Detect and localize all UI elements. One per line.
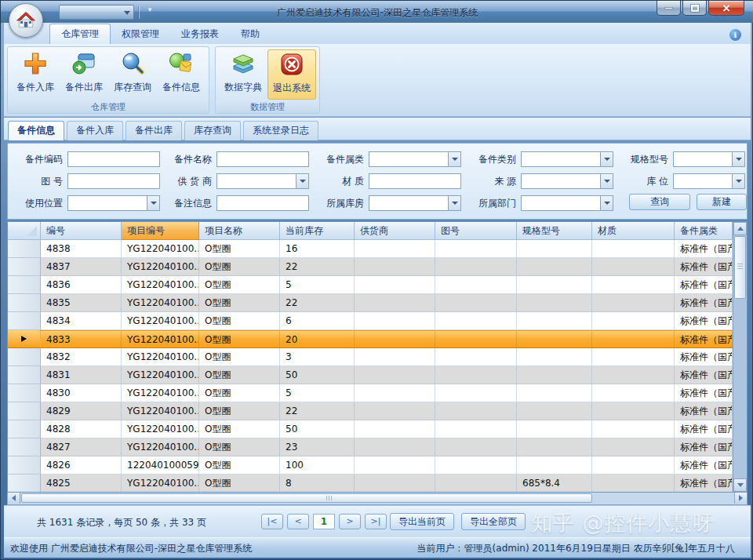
table-row[interactable]: 48261220401000599O型圈100标准件（国产 bbox=[8, 456, 747, 475]
ribbon-tab-2[interactable]: 业务报表 bbox=[170, 24, 230, 44]
column-header-5[interactable]: 图号 bbox=[435, 222, 517, 240]
doc-tab-4[interactable]: 系统登录日志 bbox=[243, 121, 318, 140]
filter-input-11[interactable] bbox=[216, 195, 309, 211]
select-all-header[interactable] bbox=[8, 222, 41, 240]
scroll-up-button[interactable] bbox=[733, 222, 747, 235]
row-selector[interactable] bbox=[8, 420, 41, 438]
first-page-button[interactable]: |< bbox=[261, 514, 283, 529]
column-header-2[interactable]: 项目名称 bbox=[199, 222, 280, 240]
combo-dropdown-icon[interactable] bbox=[448, 152, 460, 166]
table-row[interactable]: 4828YG122040100...O型圈50标准件（国产 bbox=[8, 420, 747, 438]
combo-dropdown-icon[interactable] bbox=[448, 196, 460, 210]
scroll-down-button[interactable] bbox=[733, 478, 747, 492]
table-row[interactable]: 4835YG122040100...O型圈22标准件（国产 bbox=[8, 294, 747, 312]
ribbon-button-exit[interactable]: 退出系统 bbox=[267, 49, 316, 100]
filter-input-0[interactable] bbox=[67, 151, 160, 167]
column-header-8[interactable]: 备件属类 bbox=[675, 222, 733, 240]
doc-tab-0[interactable]: 备件信息 bbox=[8, 121, 64, 140]
filter-combo-12[interactable] bbox=[369, 195, 461, 211]
row-selector[interactable] bbox=[8, 240, 41, 258]
column-header-3[interactable]: 当前库存 bbox=[280, 222, 355, 240]
doc-tab-3[interactable]: 库存查询 bbox=[184, 121, 241, 140]
quick-access-combo[interactable] bbox=[59, 5, 134, 20]
table-row[interactable]: 4830YG122040100...O型圈5标准件（国产 bbox=[8, 384, 747, 402]
export-current-page-button[interactable]: 导出当前页 bbox=[390, 513, 454, 530]
column-header-1[interactable]: 项目编号 bbox=[122, 222, 199, 240]
row-selector[interactable] bbox=[8, 348, 41, 366]
ribbon-tab-0[interactable]: 仓库管理 bbox=[49, 24, 111, 44]
filter-input-5[interactable] bbox=[67, 173, 160, 189]
query-button[interactable]: 查询 bbox=[629, 194, 690, 210]
ribbon-button-search[interactable]: 库存查询 bbox=[108, 49, 157, 100]
scroll-left-button[interactable] bbox=[8, 493, 20, 504]
row-selector[interactable] bbox=[8, 384, 41, 402]
column-header-7[interactable]: 材质 bbox=[592, 222, 675, 240]
row-selector[interactable] bbox=[8, 276, 41, 294]
row-selector[interactable] bbox=[8, 312, 41, 330]
filter-combo-3[interactable] bbox=[521, 151, 613, 167]
row-selector[interactable] bbox=[8, 330, 41, 348]
row-selector[interactable] bbox=[8, 258, 41, 276]
filter-combo-4[interactable] bbox=[673, 151, 745, 167]
next-page-button[interactable]: > bbox=[339, 514, 361, 529]
close-button[interactable]: × bbox=[708, 1, 744, 16]
doc-tab-1[interactable]: 备件入库 bbox=[67, 121, 123, 140]
ribbon-button-dict[interactable]: 数据字典 bbox=[219, 49, 267, 100]
minimize-button[interactable] bbox=[657, 1, 681, 16]
horizontal-scrollbar[interactable] bbox=[7, 493, 748, 505]
row-selector[interactable] bbox=[8, 294, 41, 312]
filter-input-1[interactable] bbox=[216, 151, 309, 167]
export-all-pages-button[interactable]: 导出全部页 bbox=[461, 513, 526, 530]
vertical-scrollbar[interactable] bbox=[733, 222, 747, 492]
scroll-right-button[interactable] bbox=[734, 493, 747, 504]
table-row[interactable]: 4838YG122040100...O型圈16标准件（国产 bbox=[8, 240, 747, 258]
row-selector[interactable] bbox=[8, 438, 41, 456]
row-selector[interactable] bbox=[8, 456, 41, 475]
maximize-button[interactable] bbox=[682, 1, 707, 16]
filter-combo-13[interactable] bbox=[521, 195, 613, 211]
column-header-4[interactable]: 供货商 bbox=[355, 222, 435, 240]
ribbon-tab-1[interactable]: 权限管理 bbox=[111, 24, 170, 44]
horizontal-scroll-thumb[interactable] bbox=[21, 493, 592, 503]
table-row[interactable]: 4827YG122040100...O型圈23标准件（国产 bbox=[8, 438, 747, 456]
ribbon-button-partinfo[interactable]: 备件信息 bbox=[157, 49, 206, 100]
table-row[interactable]: 4834YG122040100...O型圈6标准件（国产 bbox=[8, 312, 747, 330]
filter-combo-9[interactable] bbox=[673, 173, 745, 189]
info-icon[interactable]: i bbox=[729, 29, 741, 41]
table-row[interactable]: 4836YG122040100...O型圈5标准件（国产 bbox=[8, 276, 747, 294]
last-page-button[interactable]: >| bbox=[365, 514, 387, 529]
vertical-scroll-thumb[interactable] bbox=[734, 236, 746, 299]
ribbon-tab-3[interactable]: 帮助 bbox=[230, 24, 271, 44]
column-header-6[interactable]: 规格型号 bbox=[517, 222, 592, 240]
filter-combo-8[interactable] bbox=[521, 173, 613, 189]
filter-input-7[interactable] bbox=[369, 173, 461, 189]
combo-dropdown-icon[interactable] bbox=[600, 152, 613, 166]
combo-dropdown-icon[interactable] bbox=[732, 152, 744, 166]
combo-dropdown-icon[interactable] bbox=[147, 196, 159, 210]
filter-combo-6[interactable] bbox=[216, 173, 309, 189]
combo-dropdown-icon[interactable] bbox=[600, 174, 613, 188]
ribbon-button-add[interactable]: 备件入库 bbox=[11, 49, 60, 100]
column-header-0[interactable]: 编号 bbox=[41, 222, 122, 240]
table-row[interactable]: 4837YG122040100...O型圈22标准件（国产 bbox=[8, 258, 747, 276]
combo-dropdown-icon[interactable] bbox=[600, 196, 613, 210]
table-row[interactable]: 4825YG122040100...O型圈8685*8.4标准件（国产 bbox=[8, 475, 747, 493]
row-selector[interactable] bbox=[8, 402, 41, 420]
table-row[interactable]: 4829YG122040100...O型圈22标准件（国产 bbox=[8, 402, 747, 420]
row-selector[interactable] bbox=[8, 366, 41, 384]
new-button[interactable]: 新建 bbox=[697, 194, 747, 210]
quick-access-customize-button[interactable]: ▾ bbox=[144, 6, 155, 19]
prev-page-button[interactable]: < bbox=[287, 514, 309, 529]
home-button[interactable] bbox=[9, 3, 43, 38]
combo-dropdown-icon[interactable] bbox=[732, 174, 744, 188]
doc-tab-2[interactable]: 备件出库 bbox=[126, 121, 182, 140]
combo-dropdown-icon[interactable] bbox=[296, 174, 308, 188]
filter-combo-10[interactable] bbox=[67, 195, 160, 211]
filter-combo-2[interactable] bbox=[369, 151, 461, 167]
ribbon-button-out[interactable]: 备件出库 bbox=[60, 49, 108, 100]
row-selector[interactable] bbox=[8, 475, 41, 493]
table-row[interactable]: 4832YG122040100...O型圈3标准件（国产 bbox=[8, 348, 747, 366]
table-row[interactable]: 4831YG122040100...O型圈50标准件（国产 bbox=[8, 366, 747, 384]
table-row[interactable]: 4833YG122040100...O型圈20标准件（国产 bbox=[8, 330, 747, 348]
current-page-box[interactable]: 1 bbox=[313, 514, 335, 529]
